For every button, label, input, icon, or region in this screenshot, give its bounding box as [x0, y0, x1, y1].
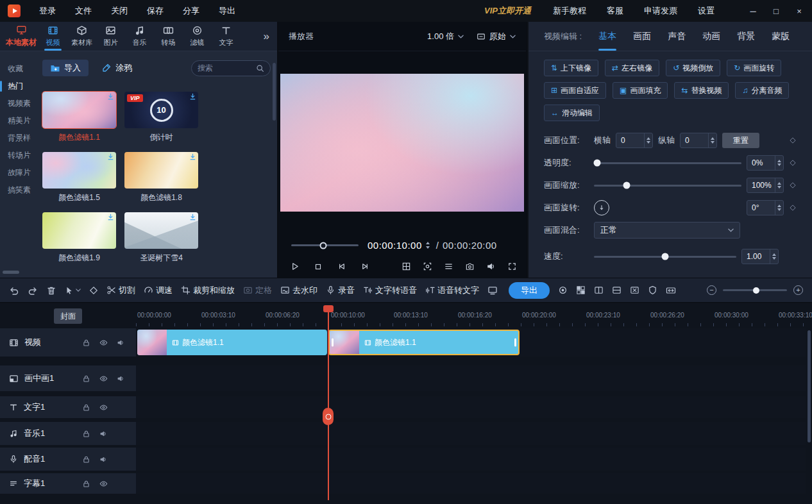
- spinner-arrows[interactable]: [775, 178, 783, 192]
- download-icon[interactable]: [107, 214, 114, 221]
- search-box[interactable]: [191, 60, 271, 76]
- tab-stock[interactable]: 素材库: [67, 22, 96, 51]
- tab-video[interactable]: 视频: [38, 22, 67, 51]
- media-vertical-scrollbar[interactable]: [273, 63, 276, 121]
- close-button[interactable]: ×: [794, 6, 804, 16]
- minimize-button[interactable]: ─: [748, 6, 758, 16]
- playlist-icon[interactable]: [444, 262, 453, 271]
- fit-width-icon[interactable]: [666, 285, 676, 296]
- thumbnail-countdown[interactable]: VIP 10: [124, 92, 198, 128]
- tab-text[interactable]: 文字: [212, 22, 241, 51]
- speaker-icon[interactable]: [117, 374, 125, 383]
- flip-vertical-button[interactable]: ⇅上下镜像: [544, 60, 598, 76]
- redo-icon[interactable]: [28, 285, 38, 296]
- opacity-slider[interactable]: [594, 162, 741, 164]
- fullscreen-icon[interactable]: [507, 262, 517, 271]
- track-lane[interactable]: [136, 422, 806, 445]
- volume-icon[interactable]: [486, 262, 496, 271]
- app-logo-icon[interactable]: [8, 4, 21, 17]
- record-audio-button[interactable]: 录音: [326, 285, 355, 296]
- layout-stack-icon[interactable]: [612, 285, 622, 295]
- download-icon[interactable]: [107, 93, 114, 100]
- x-axis-input[interactable]: 0: [616, 133, 653, 148]
- doodle-button[interactable]: 涂鸦: [96, 60, 137, 76]
- y-axis-input[interactable]: 0: [680, 133, 717, 148]
- playback-speed-dropdown[interactable]: 1.00 倍: [427, 31, 464, 42]
- menu-export[interactable]: 导出: [209, 5, 245, 17]
- delete-icon[interactable]: [46, 285, 56, 296]
- blend-mode-dropdown[interactable]: 正常: [594, 222, 740, 239]
- search-icon[interactable]: [256, 64, 264, 72]
- spinner-arrows[interactable]: [644, 133, 652, 147]
- eye-icon[interactable]: [99, 403, 108, 412]
- tab-image[interactable]: 图片: [96, 22, 125, 51]
- speaker-icon[interactable]: [117, 339, 125, 347]
- motion-track-icon[interactable]: [558, 285, 568, 295]
- spin-down-icon[interactable]: [426, 246, 430, 249]
- spin-up-icon[interactable]: [777, 160, 781, 162]
- seek-bar[interactable]: [291, 244, 359, 246]
- zoom-slider-handle[interactable]: [753, 287, 759, 294]
- spin-down-icon[interactable]: [777, 186, 781, 189]
- download-icon[interactable]: [189, 214, 196, 221]
- timeline-clip[interactable]: 颜色滤镜1.1: [137, 330, 327, 355]
- rotate-picture-button[interactable]: ↻画面旋转: [727, 60, 781, 76]
- fill-screen-button[interactable]: ▣画面填充: [613, 82, 668, 99]
- lock-icon[interactable]: [82, 430, 90, 438]
- tab-mask[interactable]: 蒙版: [772, 22, 790, 51]
- playhead-line[interactable]: [328, 306, 329, 500]
- track-lane[interactable]: [136, 473, 806, 494]
- opacity-input[interactable]: 0%: [747, 155, 784, 171]
- keyframe-icon[interactable]: [789, 181, 797, 189]
- category-hot[interactable]: 热门: [0, 78, 36, 95]
- close-box-icon[interactable]: [630, 285, 639, 295]
- tab-picture[interactable]: 画面: [633, 22, 651, 51]
- stop-button[interactable]: [314, 262, 323, 271]
- speed-button[interactable]: 调速: [144, 285, 173, 296]
- menu-save[interactable]: 保存: [137, 5, 173, 17]
- text-to-speech-button[interactable]: 文字转语音: [363, 285, 417, 296]
- spinner-arrows[interactable]: [775, 201, 783, 215]
- category-funny[interactable]: 搞笑素: [0, 181, 36, 199]
- layout-split-icon[interactable]: [594, 285, 604, 295]
- track-lane[interactable]: 颜色滤镜1.1 颜色滤镜1.1: [136, 328, 806, 357]
- tab-transition[interactable]: 转场: [154, 22, 183, 51]
- spinner-arrows[interactable]: [775, 156, 783, 170]
- timeline-vertical-scrollbar[interactable]: [808, 330, 811, 442]
- timeline-clip-selected[interactable]: 颜色滤镜1.1: [328, 330, 520, 355]
- spinner-arrows[interactable]: [770, 249, 778, 264]
- spin-up-icon[interactable]: [711, 137, 715, 140]
- playhead-handle[interactable]: [323, 408, 334, 425]
- category-video-assets[interactable]: 视频素: [0, 95, 36, 112]
- menu-close[interactable]: 关闭: [101, 5, 137, 17]
- spin-down-icon[interactable]: [772, 257, 776, 260]
- thumbnail-color-filter-1-9[interactable]: [42, 212, 116, 249]
- mosaic-icon[interactable]: [576, 285, 586, 295]
- scale-input[interactable]: 100%: [747, 178, 784, 193]
- tab-music[interactable]: 音乐: [125, 22, 154, 51]
- previous-frame-button[interactable]: [337, 262, 346, 271]
- download-icon[interactable]: [189, 153, 196, 160]
- speed-slider-handle[interactable]: [662, 253, 669, 260]
- category-intros[interactable]: 精美片: [0, 112, 36, 130]
- media-horizontal-scrollbar[interactable]: [3, 271, 19, 274]
- tab-audio[interactable]: 声音: [668, 22, 686, 51]
- select-tool-dropdown[interactable]: [65, 286, 81, 295]
- eye-icon[interactable]: [99, 480, 108, 488]
- reset-button[interactable]: 重置: [722, 133, 759, 148]
- crop-button[interactable]: 裁剪和缩放: [181, 285, 235, 296]
- zoom-out-icon[interactable]: −: [707, 285, 716, 295]
- playhead-marker[interactable]: [323, 305, 334, 312]
- video-preview[interactable]: [280, 74, 524, 212]
- thumbnail-christmas-snow[interactable]: [124, 212, 198, 249]
- tab-animation[interactable]: 动画: [702, 22, 720, 51]
- keyframe-icon[interactable]: [789, 137, 797, 144]
- vip-upgrade-link[interactable]: VIP立即开通: [484, 5, 531, 17]
- rotation-input[interactable]: 0°: [747, 200, 784, 215]
- spin-up-icon[interactable]: [426, 242, 430, 244]
- speaker-icon[interactable]: [99, 430, 108, 438]
- spinner-arrows[interactable]: [708, 133, 716, 147]
- auto-caption-icon[interactable]: [487, 285, 498, 296]
- speech-to-text-button[interactable]: 语音转文字: [425, 285, 479, 296]
- remove-watermark-button[interactable]: 去水印: [280, 285, 317, 296]
